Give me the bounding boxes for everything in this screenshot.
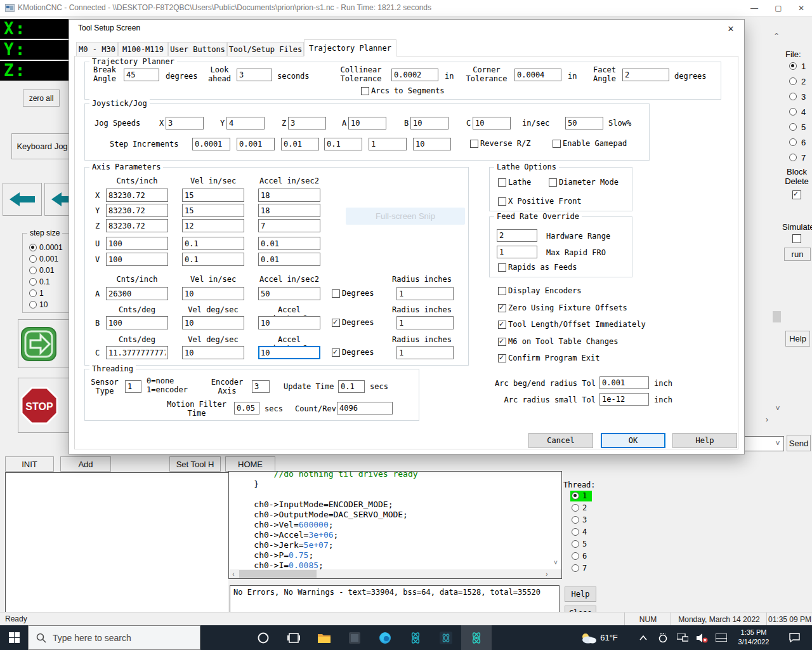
keyboard-jog-button[interactable]: Keyboard Jog (11, 133, 73, 159)
file-explorer-icon[interactable] (309, 625, 339, 650)
thread-radio[interactable] (572, 564, 579, 572)
corner-tolerance-input[interactable] (514, 69, 561, 81)
step-increment-input[interactable] (281, 138, 319, 150)
edge-icon[interactable] (370, 625, 400, 650)
confirm-exit-checkbox[interactable] (498, 354, 506, 362)
scroll-right-icon[interactable]: › (542, 569, 551, 578)
help-button[interactable]: Help (672, 433, 737, 448)
home-button[interactable]: HOME (225, 456, 275, 472)
scroll-left-icon[interactable]: ‹ (229, 569, 238, 578)
step-size-radio[interactable] (29, 244, 37, 251)
display-encoders-checkbox[interactable] (498, 287, 506, 295)
zero-fixture-offsets-checkbox[interactable] (498, 304, 506, 312)
facet-angle-input[interactable] (622, 69, 669, 81)
tab-m0-m30[interactable]: M0 - M30 (76, 42, 118, 56)
jog-speed-y-input[interactable] (226, 117, 265, 129)
simulate-checkbox[interactable] (792, 234, 801, 243)
axis-a-radius-input[interactable] (396, 287, 454, 300)
axis-c-cnts-input[interactable] (106, 346, 168, 359)
axis-v-accel-input[interactable] (258, 253, 320, 266)
kmotion-app-icon[interactable] (431, 625, 461, 650)
rapids-as-feeds-checkbox[interactable] (498, 263, 506, 272)
action-center-icon[interactable] (782, 625, 807, 650)
motion-filter-input[interactable] (234, 402, 259, 415)
volume-muted-icon[interactable] (693, 625, 712, 650)
axis-c-degrees-checkbox[interactable] (332, 348, 340, 357)
step-size-radio[interactable] (29, 301, 37, 308)
jog-left-button[interactable] (3, 183, 42, 216)
file-radio[interactable] (789, 93, 797, 100)
axis-b-radius-input[interactable] (396, 316, 454, 329)
tab-m100-m119[interactable]: M100-M119 (118, 42, 168, 56)
step-increment-input[interactable] (413, 138, 451, 150)
sensor-type-input[interactable] (125, 380, 141, 393)
cortana-icon[interactable] (248, 625, 278, 650)
close-icon[interactable]: ✕ (790, 0, 812, 16)
gcode-scrollbar[interactable] (772, 298, 782, 413)
axis-z-accel-input[interactable] (258, 219, 320, 232)
axis-b-accel-input[interactable] (258, 316, 320, 329)
scrollbar-thumb[interactable] (773, 311, 781, 322)
file-radio[interactable] (789, 123, 797, 131)
diameter-mode-checkbox[interactable] (549, 178, 557, 187)
code-area[interactable]: //do nothing til drives ready } ch0->Inp… (229, 472, 553, 569)
axis-x-accel-input[interactable] (258, 189, 320, 202)
jog-speed-b-input[interactable] (410, 117, 449, 129)
file-radio[interactable] (789, 138, 797, 146)
tab-tool-setup-files[interactable]: Tool/Setup Files (227, 42, 304, 56)
jog-speed-z-input[interactable] (288, 117, 326, 129)
ok-button[interactable]: OK (601, 433, 665, 448)
taskbar-clock[interactable]: 1:35 PM 3/14/2022 (733, 628, 775, 647)
tool-length-offset-checkbox[interactable] (498, 321, 506, 329)
slow-percent-input[interactable] (565, 117, 603, 129)
photos-icon[interactable] (339, 625, 370, 650)
onedrive-sync-icon[interactable] (653, 625, 672, 650)
axis-z-cnts-input[interactable] (106, 219, 168, 232)
stop-button[interactable]: STOP (18, 378, 74, 433)
editor-scroll-down-icon[interactable]: ˅ (551, 558, 560, 567)
axis-y-vel-input[interactable] (182, 204, 244, 217)
thread-radio[interactable] (572, 552, 579, 560)
thread-radio[interactable] (572, 492, 579, 500)
weather-widget[interactable]: 61°F (574, 625, 624, 650)
file-radio[interactable] (789, 62, 797, 70)
touch-keyboard-icon[interactable] (712, 625, 731, 650)
step-increment-input[interactable] (237, 138, 275, 150)
axis-a-vel-input[interactable] (182, 287, 244, 300)
step-size-radio[interactable] (29, 267, 37, 274)
code-editor[interactable]: //do nothing til drives ready } ch0->Inp… (228, 471, 562, 579)
break-angle-input[interactable] (124, 69, 159, 81)
axis-b-vel-input[interactable] (182, 316, 244, 329)
tab-trajectory-planner[interactable]: Trajectory Planner (304, 39, 396, 56)
axis-y-cnts-input[interactable] (106, 204, 168, 217)
start-button[interactable] (0, 625, 28, 650)
arc-small-input[interactable] (599, 393, 649, 406)
scroll-right-icon[interactable]: › (763, 416, 771, 423)
m6-tool-table-checkbox[interactable] (498, 338, 506, 346)
cancel-button[interactable]: Cancel (528, 433, 593, 448)
arc-beg-end-input[interactable] (599, 376, 649, 389)
step-size-radio[interactable] (29, 255, 37, 263)
axis-c-vel-input[interactable] (182, 346, 244, 359)
collinear-tolerance-input[interactable] (391, 69, 438, 81)
count-rev-input[interactable] (337, 402, 393, 415)
tray-chevron-up-icon[interactable] (633, 625, 653, 650)
gcode-view[interactable] (5, 472, 228, 612)
maximize-icon[interactable]: ▢ (768, 0, 789, 16)
axis-u-cnts-input[interactable] (106, 237, 168, 250)
editor-hscrollbar[interactable]: ‹ › (229, 569, 561, 578)
axis-u-accel-input[interactable] (258, 237, 320, 250)
task-view-icon[interactable] (278, 625, 309, 650)
axis-c-accel-input[interactable] (258, 346, 320, 359)
axis-x-vel-input[interactable] (182, 189, 244, 202)
step-size-radio[interactable] (29, 278, 37, 286)
enable-gamepad-checkbox[interactable] (553, 140, 561, 148)
max-rapid-fro-input[interactable] (497, 246, 537, 258)
add-button[interactable]: Add (60, 456, 111, 472)
axis-a-degrees-checkbox[interactable] (332, 289, 340, 298)
zero-all-button[interactable]: zero all (23, 90, 60, 107)
thread-radio[interactable] (572, 516, 579, 524)
encoder-axis-input[interactable] (252, 380, 270, 393)
update-time-input[interactable] (338, 380, 365, 393)
init-button[interactable]: INIT (5, 456, 54, 472)
